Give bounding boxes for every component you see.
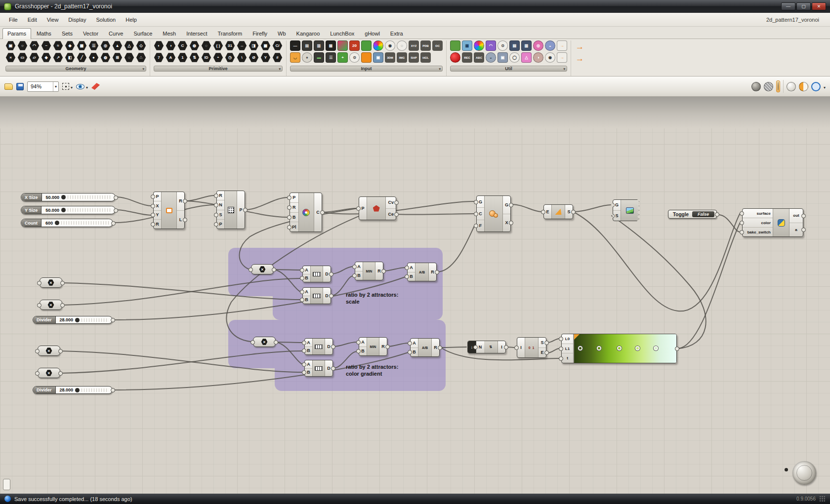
guid-icon[interactable]: ID (201, 52, 211, 63)
scroll-forward-icon[interactable]: → (576, 42, 584, 52)
param-input[interactable]: P (217, 219, 224, 229)
surface-icon[interactable]: ▱ (29, 52, 40, 63)
list-view-icon[interactable]: ▥ (521, 40, 532, 51)
param-input[interactable]: B (305, 347, 312, 355)
param-input[interactable]: B (408, 272, 415, 281)
knob-icon[interactable]: ◉ (385, 40, 395, 51)
param-output[interactable]: L (177, 210, 184, 229)
preview-button[interactable] (76, 82, 88, 91)
y-size-slider[interactable]: Y Size 50.000 (21, 206, 116, 214)
param-input[interactable]: S (613, 210, 621, 221)
point-icon[interactable]: × (5, 52, 16, 63)
distance-node[interactable]: A B D (302, 266, 331, 282)
rectangle-node[interactable]: P X Y R R L (153, 192, 185, 229)
param-input[interactable]: I (517, 338, 525, 357)
pdb-import-icon[interactable]: PDB (420, 40, 431, 51)
menu-view[interactable]: View (42, 14, 64, 25)
wire[interactable] (116, 210, 151, 215)
count-slider[interactable]: Count 600 (21, 219, 113, 227)
populate-2d-node[interactable]: R N S P P (216, 191, 245, 229)
distance-node[interactable]: A B D (304, 360, 333, 377)
number-slider-icon[interactable]: ― (290, 40, 300, 51)
boundary-surfaces-node[interactable]: E S (543, 204, 573, 219)
param-output[interactable]: I (498, 341, 505, 353)
param-input[interactable]: P (290, 193, 298, 202)
param-input[interactable]: G (613, 200, 621, 210)
slider-rail[interactable] (82, 318, 109, 322)
minimum-node[interactable]: A B MIN R (359, 337, 387, 356)
tab-transform[interactable]: Transform (212, 28, 247, 39)
text-icon[interactable]: A (166, 52, 176, 63)
atom-icon[interactable]: ◌ (124, 52, 134, 63)
wire[interactable] (547, 339, 559, 343)
gradient-grip[interactable] (617, 346, 622, 350)
zoom-select[interactable]: 94% (27, 81, 59, 92)
point-param-node[interactable]: × (40, 300, 62, 310)
minimize-button[interactable]: — (781, 2, 795, 10)
wire[interactable] (547, 349, 559, 353)
number-icon[interactable]: 1 (177, 52, 188, 63)
close-button[interactable]: ✕ (812, 2, 826, 10)
boolean-toggle-icon[interactable]: ▬ (314, 52, 324, 63)
flask-icon[interactable]: △ (521, 52, 532, 63)
solid-ball-icon[interactable] (787, 82, 796, 91)
param-output[interactable]: Cv (386, 197, 396, 208)
camera-icon[interactable]: ▣ (498, 52, 508, 63)
param-input[interactable]: A (305, 339, 312, 347)
voronoi-node[interactable]: P R B Pl C (290, 193, 322, 232)
title-bar[interactable]: Grasshopper - 2d_pattern17_voronoi — ▢ ✕ (0, 0, 830, 13)
minimum-node[interactable]: A B MIN R (355, 262, 383, 280)
chevron-down-icon[interactable] (71, 82, 73, 91)
tab-sets[interactable]: Sets (57, 28, 78, 39)
tab-wb[interactable]: Wb (273, 28, 291, 39)
param-output[interactable]: R (379, 338, 387, 355)
slider-knob[interactable] (75, 388, 80, 392)
point-param-node[interactable]: × (38, 368, 60, 378)
scale-node[interactable]: G C F G X (476, 195, 511, 232)
boolean-icon[interactable]: ◐ (154, 40, 164, 51)
param-output[interactable]: a (789, 223, 803, 237)
slider-rail[interactable] (68, 208, 112, 212)
colour-picker-icon[interactable] (474, 40, 484, 51)
param-input[interactable]: A (303, 288, 310, 296)
complex-icon[interactable]: C (177, 40, 188, 51)
value-list-icon[interactable]: ▥ (314, 40, 324, 51)
slider-knob[interactable] (55, 221, 59, 225)
multiline-panel-icon[interactable]: ☰ (326, 52, 336, 63)
data-path-icon[interactable]: { } (213, 40, 223, 51)
ring-ball-icon[interactable] (811, 82, 821, 91)
cherry-picker-icon[interactable] (450, 52, 460, 63)
distance-node[interactable]: A B D (302, 287, 331, 304)
vector-icon[interactable]: ↗ (53, 52, 63, 63)
tab-surface[interactable]: Surface (128, 28, 157, 39)
data-icon[interactable]: ◌ (201, 40, 211, 51)
param-input[interactable]: A (359, 338, 367, 347)
param-input[interactable]: N (217, 200, 224, 209)
gradient-grip[interactable] (654, 346, 658, 350)
param-input[interactable]: color (743, 218, 773, 227)
param-input[interactable]: A (411, 339, 418, 348)
slider-knob[interactable] (61, 195, 66, 199)
bounds-node[interactable]: ↓ N ⇅ I (467, 341, 506, 353)
check-list-icon[interactable]: ▦ (326, 40, 336, 51)
plane-icon[interactable]: ◇ (136, 40, 146, 51)
param-input[interactable]: P (154, 192, 161, 201)
param-input[interactable]: A (355, 262, 363, 271)
slider-knob[interactable] (61, 208, 66, 212)
abc-icon[interactable]: ABC (474, 52, 484, 63)
chevron-down-icon[interactable] (824, 82, 826, 91)
script-icon[interactable]: C/ (272, 40, 283, 51)
button-icon[interactable]: ● (302, 52, 312, 63)
point-param-node[interactable]: × (38, 346, 60, 356)
group-icon[interactable]: ◎ (100, 40, 111, 51)
param-input[interactable]: B (303, 296, 310, 304)
gradient-node[interactable]: L0 L1 t (561, 334, 677, 363)
xyz-import-icon[interactable]: XYZ (409, 40, 419, 51)
canvas[interactable]: X Size 50.000 Y Size 50.000 Count 600 P … (0, 97, 830, 494)
custom-preview-node[interactable]: G S (613, 199, 639, 221)
param-input[interactable]: E (544, 205, 551, 219)
rec-icon[interactable]: REC (462, 52, 472, 63)
wire[interactable] (573, 205, 611, 212)
canvas-scroll-nub[interactable] (3, 479, 10, 490)
clock-icon[interactable]: ⊙ (349, 52, 360, 63)
